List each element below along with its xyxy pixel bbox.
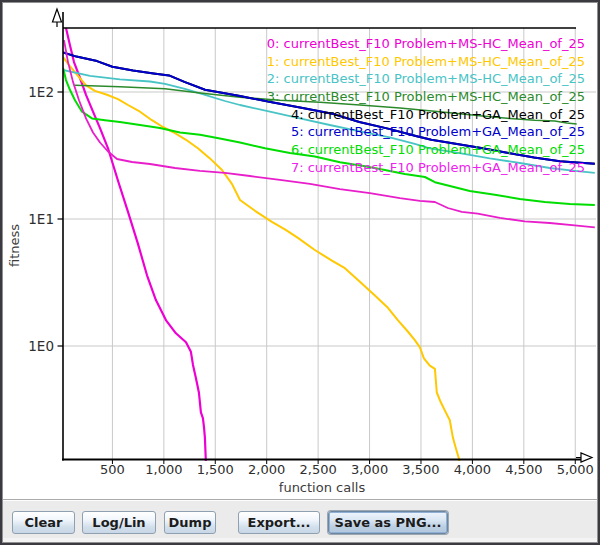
export-button[interactable]: Export...: [238, 511, 320, 534]
series-group: [63, 28, 595, 463]
plot-panel: 5001,0001,5002,0002,5003,0003,5004,0004,…: [2, 2, 598, 499]
series-line-2: [63, 70, 595, 173]
series-line-0: [66, 28, 206, 463]
window-bottom-strip: [2, 538, 598, 543]
series-line-7: [64, 40, 595, 227]
x-tick-label: 2,500: [300, 462, 337, 477]
y-tick-label: 1E1: [28, 211, 54, 227]
x-tick-label: 5,000: [557, 462, 594, 477]
x-tick-label: 4,000: [454, 462, 491, 477]
toolbar: Clear Log/Lin Dump Export... Save as PNG…: [2, 499, 598, 539]
x-tick-label: 3,000: [351, 462, 388, 477]
dump-button[interactable]: Dump: [164, 511, 216, 534]
series-line-1: [63, 57, 460, 463]
y-axis-arrow-icon: [53, 9, 62, 27]
x-axis-arrow-icon: [576, 453, 592, 462]
x-tick-label: 4,500: [505, 462, 542, 477]
x-tick-label: 3,500: [402, 462, 439, 477]
save-as-png-button[interactable]: Save as PNG...: [328, 511, 448, 534]
y-axis-title: fitness: [7, 216, 22, 276]
x-axis-title: function calls: [182, 480, 462, 495]
x-tick-label: 1,000: [145, 462, 182, 477]
series-line-4: [63, 52, 595, 163]
x-tick-label: 2,000: [248, 462, 285, 477]
fitness-plot: 5001,0001,5002,0002,5003,0003,5004,0004,…: [2, 2, 598, 499]
series-line-5: [63, 52, 595, 163]
clear-button[interactable]: Clear: [12, 511, 75, 534]
plot-window: 5001,0001,5002,0002,5003,0003,5004,0004,…: [0, 0, 600, 545]
x-tick-label: 1,500: [197, 462, 234, 477]
y-tick-label: 1E0: [28, 338, 54, 354]
x-tick-label: 500: [100, 462, 125, 477]
y-tick-label: 1E2: [28, 84, 54, 100]
log-lin-button[interactable]: Log/Lin: [82, 511, 156, 534]
